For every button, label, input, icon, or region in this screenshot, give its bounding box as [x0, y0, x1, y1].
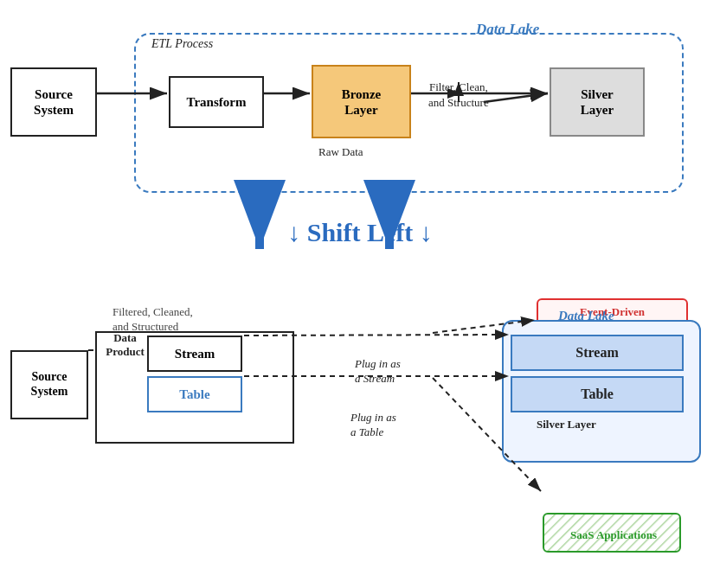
- plug-table-label: Plug in as a Table: [350, 411, 396, 440]
- top-section: ETL Process Data Lake Source System Tran…: [0, 9, 720, 208]
- diagram: ETL Process Data Lake Source System Tran…: [0, 0, 720, 588]
- source-system-label-top: Source System: [34, 86, 74, 118]
- bronze-sublabel: Raw Data: [318, 145, 363, 159]
- source-system-box-bottom: Source System: [10, 350, 88, 419]
- table-box-inner: Table: [147, 376, 242, 412]
- table-lake-label: Table: [581, 387, 614, 402]
- stream-lake-label: Stream: [575, 345, 618, 361]
- silver-label-bottom: Silver Layer: [537, 418, 596, 431]
- table-inner-label: Table: [179, 387, 209, 402]
- data-lake-label-bottom: Data Lake: [558, 309, 614, 323]
- bronze-layer-box: Bronze Layer: [312, 65, 411, 138]
- saas-hatch: SaaS Applications: [543, 513, 681, 553]
- shift-left-label: ↓ Shift Left ↓: [0, 218, 720, 247]
- data-product-label: Data Product: [101, 331, 149, 358]
- filtered-cleaned-label: Filtered, Cleaned, and Structured: [112, 305, 193, 335]
- source-system-box-top: Source System: [10, 67, 97, 137]
- bronze-layer-label: Bronze Layer: [342, 86, 382, 118]
- stream-box-inner: Stream: [147, 336, 242, 372]
- table-box-lake: Table: [511, 376, 684, 412]
- silver-layer-box: Silver Layer: [550, 67, 645, 137]
- transform-box: Transform: [169, 76, 264, 128]
- source-system-label-bottom: Source System: [31, 370, 68, 399]
- svg-text:SaaS Applications: SaaS Applications: [570, 528, 657, 541]
- data-lake-label-top: Data Lake: [476, 21, 539, 38]
- filter-clean-label: Filter, Clean, and Structure: [428, 80, 489, 111]
- stream-box-lake: Stream: [511, 335, 684, 371]
- bottom-section: Filtered, Cleaned, and Structured Source…: [0, 298, 720, 575]
- stream-inner-label: Stream: [175, 347, 215, 361]
- silver-layer-label: Silver Layer: [581, 86, 614, 118]
- plug-stream-label: Plug in as a Stream: [355, 357, 401, 387]
- transform-label: Transform: [187, 95, 247, 110]
